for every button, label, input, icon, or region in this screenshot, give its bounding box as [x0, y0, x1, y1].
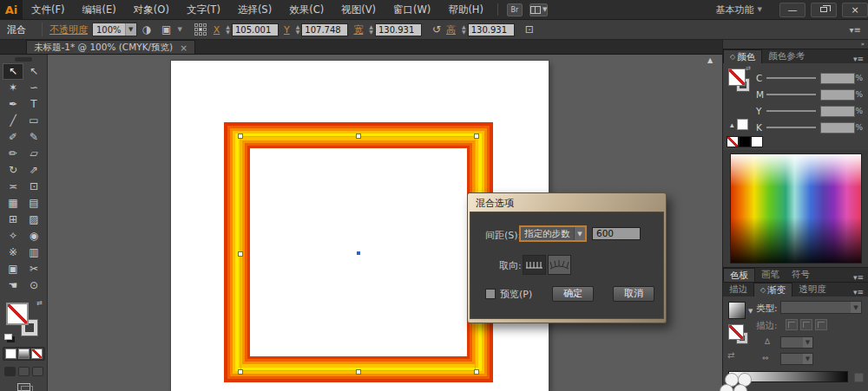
stroke-gradient-within-button[interactable] [786, 319, 798, 330]
tab-color-1[interactable]: 颜色参考 [762, 49, 811, 63]
x-label[interactable]: X [214, 24, 220, 36]
angle-dropdown[interactable]: ▼ [780, 336, 813, 349]
white-swatch[interactable] [751, 136, 763, 147]
width-stepper[interactable]: ▲▼ [369, 24, 373, 35]
paintbrush-tool[interactable]: ✐ [3, 129, 23, 146]
pencil-tool[interactable]: ✎ [23, 129, 44, 146]
transform-icon[interactable]: ⊡ [525, 23, 534, 36]
reverse-gradient-icon[interactable]: ⇄ [727, 350, 734, 360]
selection-tool[interactable]: ↖ [3, 63, 23, 80]
selection-handle[interactable] [356, 369, 361, 375]
shape-builder-tool[interactable]: ▦ [3, 195, 23, 212]
height-stepper[interactable]: ▲▼ [462, 24, 466, 35]
arrange-documents-icon[interactable]: ▼ [529, 3, 548, 16]
swap-fill-stroke-icon[interactable]: ⇄ [36, 299, 43, 307]
opacity-label[interactable]: 不透明度 [49, 23, 88, 36]
x-stepper[interactable]: ▲▼ [226, 24, 230, 35]
channel-value-input[interactable] [820, 106, 855, 117]
recolor-artwork-icon[interactable]: ◑ [142, 23, 151, 36]
tab-swatches-1[interactable]: 画笔 [755, 268, 786, 282]
preview-checkbox[interactable] [485, 289, 496, 299]
scale-tool[interactable]: ⇗ [23, 162, 44, 179]
panel-menu-icon[interactable]: ▾≡ [850, 25, 861, 35]
scroll-up-icon[interactable]: ▲ [707, 56, 713, 64]
restore-button[interactable] [811, 3, 837, 17]
close-tab-icon[interactable]: × [180, 42, 187, 53]
panel-menu-icon[interactable]: ▾≡ [853, 55, 864, 63]
width-label[interactable]: 宽 [353, 23, 363, 36]
menu-item-4[interactable]: 选择(S) [229, 3, 280, 16]
selection-handle[interactable] [356, 134, 361, 139]
artboard-tool[interactable]: ▣ [3, 261, 23, 277]
height-label[interactable]: 高 [446, 23, 456, 36]
swap-fill-stroke-icon[interactable]: ⇄ [746, 65, 751, 72]
tab-swatches-0[interactable]: 色板 [723, 268, 755, 282]
tab-swatches-2[interactable]: 符号 [786, 268, 816, 282]
select-similar-icon[interactable]: ▣ [161, 23, 171, 36]
bridge-icon[interactable]: Br [507, 3, 523, 16]
channel-slider[interactable] [766, 77, 816, 79]
blend-tool[interactable]: ◉ [23, 228, 44, 244]
menu-item-6[interactable]: 视图(V) [332, 3, 385, 16]
mesh-tool[interactable]: ⊞ [3, 212, 23, 228]
gradient-fill-swatch[interactable] [728, 302, 746, 319]
spacing-dropdown[interactable]: 指定的步数 ▼ [519, 225, 587, 242]
aspect-ratio-dropdown[interactable]: ▼ [780, 353, 813, 365]
align-to-page-button[interactable] [523, 255, 546, 275]
canvas[interactable]: ▲ 混合选项 间距(S): 指定的步数 ▼ 600 取向: [48, 55, 722, 391]
menu-item-7[interactable]: 窗口(W) [385, 3, 439, 16]
color-spectrum[interactable] [730, 153, 862, 264]
symbol-sprayer-tool[interactable]: ※ [3, 244, 23, 261]
slice-tool[interactable]: ✂ [23, 261, 44, 277]
panel-grip[interactable] [15, 57, 32, 62]
tab-gradient-2[interactable]: 透明度 [792, 283, 832, 297]
channel-slider[interactable] [766, 94, 816, 95]
steps-input[interactable]: 600 [592, 227, 641, 240]
dialog-title[interactable]: 混合选项 [470, 195, 664, 212]
channel-slider[interactable] [766, 110, 816, 112]
pen-tool[interactable]: ✒ [3, 96, 23, 113]
stroke-gradient-across-button[interactable] [815, 319, 827, 330]
free-transform-tool[interactable]: ⊡ [23, 179, 44, 195]
type-tool[interactable]: T [23, 96, 44, 113]
delete-stop-icon[interactable] [854, 373, 864, 382]
channel-value-input[interactable] [820, 122, 855, 134]
direct-selection-tool[interactable]: ↖ [23, 63, 44, 80]
menu-item-5[interactable]: 效果(C) [280, 3, 332, 16]
draw-normal-button[interactable] [4, 367, 16, 376]
panel-menu-icon[interactable]: ▾≡ [853, 273, 864, 282]
screen-mode-button[interactable] [17, 383, 30, 391]
selection-handle[interactable] [238, 134, 243, 139]
menu-item-8[interactable]: 帮助(H) [439, 3, 492, 16]
y-stepper[interactable]: ▲▼ [296, 24, 300, 35]
ok-button[interactable]: 确定 [552, 286, 594, 302]
menu-item-1[interactable]: 编辑(E) [74, 3, 125, 16]
color-button[interactable] [5, 349, 16, 359]
workspace-switcher[interactable]: 基本功能 [716, 3, 754, 16]
gradient-tool[interactable]: ▨ [23, 212, 44, 228]
channel-value-input[interactable] [820, 73, 855, 84]
y-input[interactable]: 107.748 [301, 23, 348, 36]
y-label[interactable]: Y [284, 24, 290, 36]
stroke-gradient-along-button[interactable] [800, 319, 812, 330]
channel-slider[interactable] [766, 127, 816, 128]
panel-menu-icon[interactable]: ▾≡ [853, 288, 864, 297]
minimize-button[interactable]: — [779, 3, 806, 17]
selection-handle[interactable] [238, 369, 243, 375]
menu-item-3[interactable]: 文字(T) [178, 3, 229, 16]
draw-behind-button[interactable] [18, 367, 30, 376]
eyedropper-tool[interactable]: ✧ [3, 228, 23, 244]
menu-item-0[interactable]: 文件(F) [23, 3, 74, 16]
collapse-panels-icon[interactable]: » [723, 40, 868, 49]
tab-color-0[interactable]: ◇颜色 [723, 49, 762, 63]
channel-value-input[interactable] [820, 89, 855, 101]
line-segment-tool[interactable]: ╱ [3, 113, 23, 129]
white-swatch[interactable] [737, 119, 748, 130]
lasso-tool[interactable]: ∽ [23, 80, 44, 96]
none-fill-proxy[interactable] [728, 324, 744, 340]
eraser-tool[interactable]: ▱ [23, 146, 44, 162]
black-swatch[interactable] [739, 136, 751, 147]
perspective-grid-tool[interactable]: ▤ [23, 195, 44, 212]
width-tool[interactable]: ≍ [3, 179, 23, 195]
opacity-combo[interactable]: 100% ▼ [92, 23, 137, 36]
